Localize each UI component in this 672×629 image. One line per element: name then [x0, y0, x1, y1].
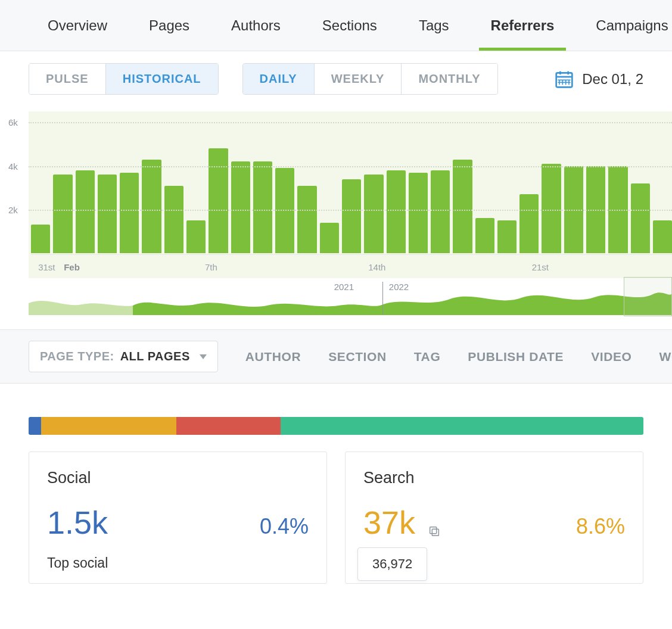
- bar[interactable]: [653, 220, 672, 253]
- filter-tag[interactable]: TAG: [414, 350, 441, 364]
- dist-seg-search[interactable]: [41, 417, 176, 435]
- chart-bars: [31, 111, 672, 253]
- gridline: [29, 210, 672, 211]
- bar[interactable]: [253, 161, 272, 253]
- bar[interactable]: [297, 186, 316, 254]
- nav-item-campaigns[interactable]: Campaigns: [596, 0, 668, 51]
- top-nav: OverviewPagesAuthorsSectionsTagsReferrer…: [0, 0, 672, 51]
- nav-item-referrers[interactable]: Referrers: [491, 0, 555, 51]
- dist-seg-other[interactable]: [176, 417, 281, 435]
- social-value: 1.5k: [47, 504, 108, 541]
- gridline: [29, 166, 672, 167]
- bar[interactable]: [231, 161, 250, 253]
- filter-list: AUTHORSECTIONTAGPUBLISH DATEVIDEOWORD: [245, 350, 672, 364]
- bar[interactable]: [542, 164, 561, 253]
- bar[interactable]: [431, 170, 450, 253]
- dist-seg-internal[interactable]: [281, 417, 643, 435]
- date-label: Dec 01, 2: [582, 71, 643, 88]
- nav-item-tags[interactable]: Tags: [419, 0, 449, 51]
- page-type-dropdown[interactable]: PAGE TYPE: ALL PAGES: [29, 341, 218, 372]
- bar[interactable]: [364, 175, 383, 253]
- bar[interactable]: [497, 220, 517, 253]
- y-tick: 6k: [8, 117, 18, 127]
- bar[interactable]: [519, 194, 539, 253]
- bar[interactable]: [209, 148, 228, 253]
- x-tick: Feb: [64, 262, 80, 272]
- interval-toggle: DAILYWEEKLYMONTHLY: [242, 63, 498, 95]
- mode-historical[interactable]: HISTORICAL: [106, 64, 218, 94]
- y-tick: 2k: [8, 204, 18, 214]
- controls-row: PULSEHISTORICAL DAILYWEEKLYMONTHLY Dec 0…: [0, 51, 672, 107]
- interval-monthly[interactable]: MONTHLY: [402, 64, 497, 94]
- chevron-down-icon: [200, 354, 207, 359]
- bar[interactable]: [342, 179, 361, 253]
- bar[interactable]: [453, 160, 472, 253]
- page-type-label: PAGE TYPE:: [40, 350, 114, 363]
- interval-weekly[interactable]: WEEKLY: [315, 64, 402, 94]
- svg-rect-11: [430, 527, 436, 533]
- bar[interactable]: [120, 173, 139, 253]
- copy-icon[interactable]: [428, 525, 441, 538]
- bar[interactable]: [76, 170, 95, 253]
- bar-chart: 2k4k6k 31stFeb7th14th21st 2021 2022: [0, 107, 672, 315]
- bar[interactable]: [186, 220, 206, 253]
- tooltip: 36,972: [357, 547, 427, 581]
- x-tick: 31st: [38, 262, 55, 272]
- x-axis: 31stFeb7th14th21st: [31, 254, 672, 278]
- cards-row: Social 1.5k 0.4% Top social Search 37k 8…: [0, 435, 672, 584]
- bar[interactable]: [142, 160, 161, 253]
- social-sub: Top social: [47, 555, 309, 571]
- svg-rect-10: [432, 529, 438, 535]
- bar[interactable]: [631, 183, 650, 253]
- x-tick: 14th: [368, 262, 385, 272]
- card-title: Social: [47, 469, 309, 487]
- calendar-icon: [555, 70, 574, 89]
- nav-item-pages[interactable]: Pages: [149, 0, 189, 51]
- y-axis: 2k4k6k: [8, 111, 26, 278]
- bar[interactable]: [475, 218, 494, 253]
- bar[interactable]: [320, 223, 339, 253]
- overview-sparkline[interactable]: 2021 2022: [29, 279, 672, 315]
- card-title: Search: [363, 469, 625, 487]
- filter-publish-date[interactable]: PUBLISH DATE: [468, 350, 564, 364]
- x-tick: 7th: [205, 262, 217, 272]
- page-type-value: ALL PAGES: [120, 350, 190, 363]
- search-value: 37k: [363, 505, 415, 540]
- y-tick: 4k: [8, 161, 18, 171]
- nav-item-authors[interactable]: Authors: [231, 0, 281, 51]
- bar[interactable]: [53, 175, 72, 253]
- spark-year-left: 2021: [334, 282, 359, 292]
- filter-section[interactable]: SECTION: [328, 350, 387, 364]
- referrer-distribution-bar: [29, 417, 643, 435]
- spark-divider: [382, 282, 383, 315]
- tooltip-text: 36,972: [372, 556, 412, 571]
- bar[interactable]: [164, 186, 183, 254]
- nav-item-overview[interactable]: Overview: [48, 0, 107, 51]
- social-card[interactable]: Social 1.5k 0.4% Top social: [29, 451, 327, 584]
- date-picker[interactable]: Dec 01, 2: [555, 70, 643, 89]
- mode-toggle: PULSEHISTORICAL: [29, 63, 219, 95]
- filter-video[interactable]: VIDEO: [591, 350, 631, 364]
- x-tick: 21st: [532, 262, 549, 272]
- filter-word[interactable]: WORD: [659, 350, 672, 364]
- gridline: [29, 122, 672, 123]
- interval-daily[interactable]: DAILY: [243, 64, 315, 94]
- nav-item-sections[interactable]: Sections: [322, 0, 377, 51]
- mode-pulse[interactable]: PULSE: [29, 64, 106, 94]
- search-card[interactable]: Search 37k 8.6% To 36,972: [345, 451, 643, 584]
- bar[interactable]: [387, 170, 406, 253]
- bar[interactable]: [31, 225, 50, 253]
- spark-selection[interactable]: [624, 277, 672, 316]
- bar[interactable]: [98, 175, 117, 253]
- social-pct: 0.4%: [260, 514, 309, 539]
- filters-bar: PAGE TYPE: ALL PAGES AUTHORSECTIONTAGPUB…: [0, 329, 672, 384]
- search-pct: 8.6%: [576, 514, 625, 539]
- spark-year-right: 2022: [389, 282, 409, 292]
- bar[interactable]: [409, 173, 428, 253]
- filter-author[interactable]: AUTHOR: [245, 350, 301, 364]
- dist-seg-social[interactable]: [29, 417, 41, 435]
